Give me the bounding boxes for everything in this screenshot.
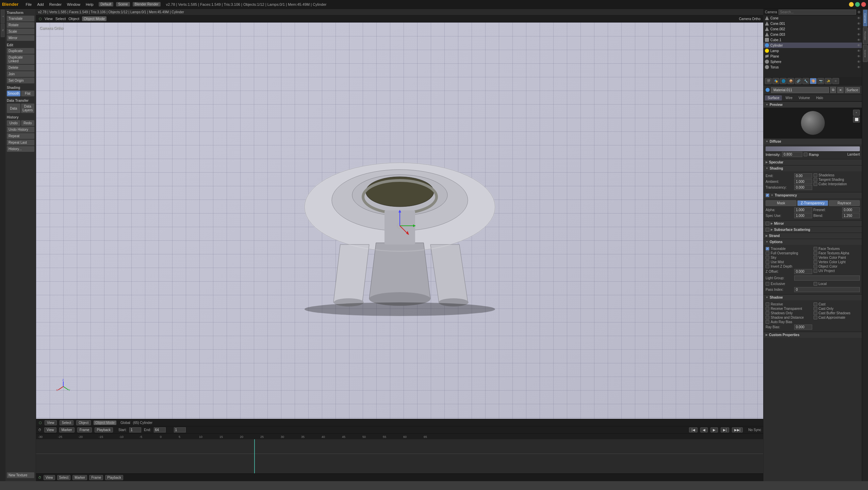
outliner-item-cone[interactable]: Cone 👁 <box>764 15 862 21</box>
viewport-mode-label[interactable]: View <box>45 17 53 21</box>
traceable-check[interactable] <box>766 247 769 251</box>
delete-button[interactable]: Delete <box>7 65 34 70</box>
timeline-marker-btn[interactable]: Marker <box>59 427 75 432</box>
outliner-item-plane[interactable]: Plane 👁 <box>764 53 862 59</box>
menu-help[interactable]: Help <box>83 2 96 7</box>
shading-section-header[interactable]: ▼ Shading <box>764 165 862 171</box>
diffuse-intensity-input[interactable] <box>782 152 802 157</box>
eye-icon-lamp[interactable]: 👁 <box>857 49 861 53</box>
local-check[interactable] <box>814 282 817 286</box>
face-textures-alpha-check[interactable] <box>814 251 817 255</box>
outliner-search[interactable] <box>779 10 856 15</box>
data-button[interactable]: Data <box>7 104 20 113</box>
end-frame-input[interactable] <box>154 427 166 432</box>
duplicate-linked-button[interactable]: Duplicate Linked <box>7 54 34 64</box>
use-mist-check[interactable] <box>766 260 769 264</box>
diffuse-shader-dropdown[interactable]: Lambert <box>847 153 860 156</box>
vertex-color-paint-check[interactable] <box>814 256 817 259</box>
tab-surface[interactable]: Surface <box>765 95 782 100</box>
shadow-receive-transparent-check[interactable] <box>766 307 769 311</box>
viewport-canvas[interactable]: Camera Ortho Z Y X <box>36 22 763 419</box>
full-oversampling-check[interactable] <box>766 251 769 255</box>
ray-bias-input[interactable] <box>794 325 812 330</box>
playback-start-btn[interactable]: |◀ <box>689 427 698 432</box>
scale-button[interactable]: Scale <box>7 29 34 34</box>
data-transfer-header[interactable]: Data Transfer <box>7 98 34 103</box>
data-layers-button[interactable]: Data Layers <box>21 104 35 113</box>
undo-button[interactable]: Undo <box>7 120 20 126</box>
object-mode-dropdown[interactable]: Object Mode <box>82 16 107 21</box>
rs-tab-camera[interactable]: Camera <box>863 10 868 27</box>
sky-check[interactable] <box>766 256 769 259</box>
material-delete-btn[interactable]: ✕ <box>837 87 844 93</box>
viewport-object-btn[interactable]: Object <box>68 17 79 21</box>
rs-tab-render[interactable]: Render <box>863 27 868 44</box>
mirror-section-header[interactable]: ▶ Mirror <box>764 220 862 226</box>
menu-add[interactable]: Add <box>35 2 46 7</box>
custom-props-section-header[interactable]: ▶ Custom Properties <box>764 332 862 338</box>
mirror-enable-check[interactable] <box>766 222 769 225</box>
preview-cube-btn[interactable]: ⬜ <box>853 116 860 123</box>
tab-wire[interactable]: Wire <box>783 95 795 100</box>
history-button[interactable]: History... <box>7 146 34 152</box>
start-frame-input[interactable] <box>129 427 141 432</box>
diffuse-section-header[interactable]: ▼ Diffuse <box>764 138 862 144</box>
bottom-frame-btn[interactable]: Frame <box>89 475 103 480</box>
shadow-cast-approximate-check[interactable] <box>814 316 817 319</box>
vertex-color-light-check[interactable] <box>814 260 817 264</box>
footer-object-mode[interactable]: Object Mode <box>94 421 116 425</box>
translucency-input[interactable] <box>794 185 812 190</box>
shadow-cast-buffer-check[interactable] <box>814 311 817 315</box>
face-textures-check[interactable] <box>814 247 817 251</box>
bottom-view-btn[interactable]: View <box>44 475 55 480</box>
props-icon-constraints[interactable]: 🔗 <box>795 78 802 84</box>
props-icon-texture[interactable]: 📷 <box>817 78 824 84</box>
scene-selector[interactable]: Scene <box>116 2 130 6</box>
emit-input[interactable] <box>794 173 812 178</box>
undo-history-button[interactable]: Undo History <box>7 127 34 132</box>
tangent-shading-check[interactable] <box>814 178 817 181</box>
shadow-and-distance-check[interactable] <box>766 316 769 319</box>
repeat-last-button[interactable]: Repeat Last <box>7 140 34 145</box>
props-icon-object[interactable]: 📦 <box>787 78 794 84</box>
options-section-header[interactable]: ▼ Options <box>764 239 862 245</box>
uv-project-check[interactable] <box>814 269 817 273</box>
bottom-marker-btn[interactable]: Marker <box>72 475 87 480</box>
auto-ray-bias-check[interactable] <box>766 320 769 324</box>
redo-button[interactable]: Redo <box>21 120 35 126</box>
cubic-interp-check[interactable] <box>814 182 817 186</box>
timeline-cursor[interactable] <box>254 434 255 473</box>
props-icon-particles[interactable]: ✨ <box>825 78 832 84</box>
eye-icon-cube[interactable]: 👁 <box>857 38 861 42</box>
menu-file[interactable]: File <box>23 2 34 7</box>
eye-icon-plane[interactable]: 👁 <box>857 54 861 58</box>
z-offset-input[interactable] <box>794 269 812 274</box>
spec-use-input[interactable] <box>794 213 812 218</box>
shadow-receive-check[interactable] <box>766 302 769 306</box>
eye-icon-cone002[interactable]: 👁 <box>857 27 861 31</box>
set-origin-button[interactable]: Set Origin <box>7 78 34 83</box>
outliner-item-cylinder[interactable]: Cylinder 👁 <box>764 43 862 48</box>
props-icon-world[interactable]: 🌐 <box>780 78 787 84</box>
mirror-button[interactable]: Mirror <box>7 35 34 41</box>
preview-sphere-btn[interactable]: ⚬ <box>853 110 860 116</box>
eye-icon-cone003[interactable]: 👁 <box>857 33 861 36</box>
ambient-input[interactable] <box>794 179 812 184</box>
transparency-ztransparency-btn[interactable]: Z-Transparency <box>797 200 828 206</box>
history-header[interactable]: History <box>7 115 34 120</box>
props-icon-scene[interactable]: 🎭 <box>772 78 779 84</box>
material-data-btn[interactable]: Surface <box>845 87 860 93</box>
shadow-shadows-only-check[interactable] <box>766 311 769 315</box>
transparency-mask-btn[interactable]: Mask <box>766 200 797 206</box>
bottom-playback-btn[interactable]: Playback <box>105 475 123 480</box>
tab-halo[interactable]: Halo <box>813 95 826 100</box>
bottom-select-btn[interactable]: Select <box>57 475 71 480</box>
outliner-item-cone001[interactable]: Cone.001 👁 <box>764 21 862 26</box>
strip-tab-1[interactable]: T <box>1 10 5 23</box>
outliner-item-sphere[interactable]: Sphere 👁 <box>764 59 862 64</box>
eye-icon-sphere[interactable]: 👁 <box>857 60 861 64</box>
specular-section-header[interactable]: ▶ Specular <box>764 159 862 165</box>
props-icon-physics[interactable]: ⚛ <box>832 78 839 84</box>
outliner-sort-btn[interactable]: ⚙ <box>857 10 861 14</box>
blend-input[interactable] <box>842 213 860 218</box>
